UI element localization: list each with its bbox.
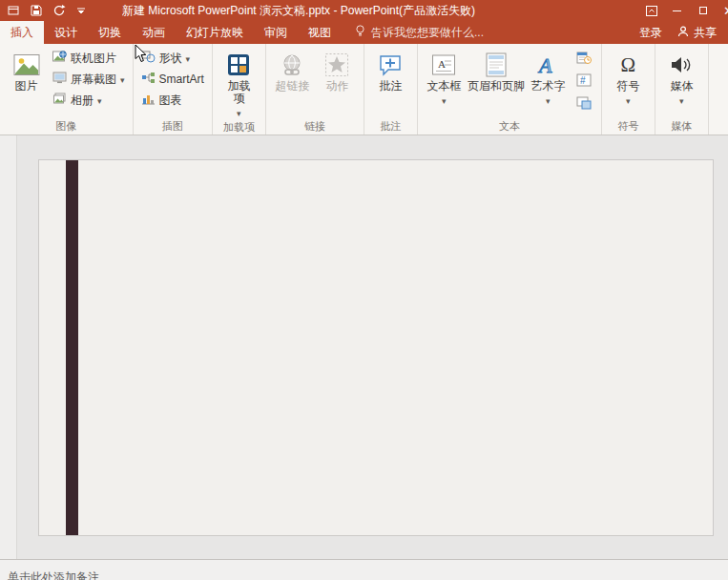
online-pictures-button[interactable]: 联机图片 [49, 48, 129, 69]
textbox-button[interactable]: A 文本框 [422, 46, 467, 118]
notes-placeholder[interactable]: 单击此处添加备注 [8, 570, 728, 580]
wordart-button[interactable]: A 艺术字 [526, 46, 571, 118]
object-button[interactable] [572, 94, 595, 115]
textbox-label: 文本框 [426, 80, 461, 93]
shapes-icon [141, 51, 156, 66]
screenshot-button[interactable]: 屏幕截图 [49, 69, 129, 90]
group-label-media: 媒体 [655, 118, 708, 135]
tab-insert[interactable]: 插入 [0, 21, 44, 44]
group-label-links: 链接 [266, 118, 364, 135]
ribbon-group-addins: 加载项 加载项 [213, 44, 266, 135]
media-button[interactable]: 媒体 [659, 46, 704, 118]
slide-theme-stripe [66, 160, 78, 535]
screenshot-dropdown-icon [120, 72, 125, 86]
notes-pane[interactable]: 单击此处添加备注 [0, 559, 728, 580]
hyperlink-label: 超链接 [275, 80, 309, 93]
ribbon-group-media: 媒体 媒体 [655, 44, 709, 135]
addins-icon [226, 50, 251, 80]
tab-view-label: 视图 [308, 25, 331, 41]
photo-album-dropdown-icon [97, 93, 102, 107]
smartart-button[interactable]: SmartArt [137, 69, 208, 90]
tab-design[interactable]: 设计 [44, 21, 88, 44]
tell-me-box[interactable]: 告诉我您想要做什么... [355, 21, 484, 44]
svg-text:#: # [580, 75, 586, 86]
hyperlink-button: 超链接 [270, 46, 315, 118]
powerpoint-window: 新建 Microsoft PowerPoint 演示文稿.pptx - Powe… [0, 0, 728, 580]
person-icon [677, 26, 689, 40]
header-footer-button[interactable]: 页眉和页脚 [467, 46, 526, 118]
group-label-addins: 加载项 [213, 119, 265, 135]
pictures-icon [13, 50, 40, 80]
ribbon-group-images: 图片 联机图片 屏幕截图 [0, 44, 134, 135]
sign-in-label: 登录 [639, 25, 662, 41]
shapes-dropdown-icon [186, 52, 191, 65]
save-icon[interactable] [31, 5, 42, 16]
media-dropdown-icon [679, 93, 684, 107]
customize-quick-access-icon[interactable] [77, 8, 85, 13]
shapes-button[interactable]: 形状 [137, 48, 208, 69]
comment-icon [378, 50, 403, 80]
svg-text:A: A [438, 58, 446, 70]
share-button[interactable]: 共享 [672, 21, 728, 44]
workspace [0, 135, 728, 559]
photo-album-icon [52, 93, 67, 108]
slide-canvas[interactable] [17, 135, 728, 559]
tab-insert-label: 插入 [10, 25, 33, 41]
date-time-button[interactable] [572, 49, 595, 70]
tab-transitions-label: 切换 [98, 25, 121, 41]
tab-bar-spacer [484, 21, 630, 44]
ribbon-group-illustrations: 形状 SmartArt 图表 [134, 44, 213, 135]
tab-slideshow[interactable]: 幻灯片放映 [176, 21, 254, 44]
action-label: 动作 [325, 80, 348, 93]
chart-button[interactable]: 图表 [137, 90, 208, 111]
redo-icon[interactable] [53, 5, 66, 16]
tab-view[interactable]: 视图 [298, 21, 342, 44]
pictures-label: 图片 [15, 80, 38, 93]
window-controls: ✕ [638, 0, 728, 21]
addins-label: 加载项 [224, 80, 253, 105]
omega-symbol-icon: Ω [621, 50, 636, 80]
illustrations-small-column: 形状 SmartArt 图表 [137, 46, 208, 118]
maximize-button[interactable] [690, 0, 716, 21]
minimize-button[interactable] [664, 0, 690, 21]
share-label: 共享 [694, 25, 717, 41]
app-window-icon[interactable] [8, 5, 19, 16]
group-label-symbols: 符号 [602, 118, 655, 135]
photo-album-label: 相册 [71, 93, 94, 109]
addins-button[interactable]: 加载项 [217, 46, 261, 119]
group-label-comments: 批注 [364, 118, 417, 135]
group-label-images: 图像 [0, 118, 133, 135]
svg-text:A: A [537, 53, 552, 77]
speaker-icon [670, 50, 693, 80]
tab-animations[interactable]: 动画 [132, 21, 176, 44]
pictures-button[interactable]: 图片 [4, 46, 49, 118]
close-button[interactable]: ✕ [716, 0, 728, 21]
smartart-icon [141, 72, 156, 87]
slide-number-button[interactable]: # [572, 72, 595, 93]
symbol-button[interactable]: Ω 符号 [606, 46, 651, 118]
tab-transitions[interactable]: 切换 [88, 21, 132, 44]
online-pictures-label: 联机图片 [71, 51, 116, 67]
header-footer-label: 页眉和页脚 [468, 80, 525, 93]
object-icon [576, 96, 592, 114]
screenshot-icon [52, 72, 67, 87]
sign-in-button[interactable]: 登录 [630, 21, 672, 44]
photo-album-button[interactable]: 相册 [49, 90, 129, 111]
tab-review[interactable]: 审阅 [254, 21, 298, 44]
hyperlink-icon [280, 50, 304, 80]
slide-thumbnail-pane[interactable] [0, 135, 17, 559]
new-comment-button[interactable]: 批注 [368, 46, 413, 118]
textbox-dropdown-icon [442, 93, 447, 107]
tab-slideshow-label: 幻灯片放映 [186, 25, 243, 41]
title-bar: 新建 Microsoft PowerPoint 演示文稿.pptx - Powe… [0, 0, 728, 21]
date-time-icon [576, 51, 592, 69]
slide[interactable] [38, 159, 714, 536]
wordart-icon: A [535, 50, 560, 80]
symbol-dropdown-icon [626, 93, 631, 107]
online-pictures-icon [52, 51, 67, 66]
media-label: 媒体 [670, 80, 693, 93]
ribbon-display-options-button[interactable] [638, 0, 664, 21]
chart-label: 图表 [159, 93, 182, 109]
ribbon-group-symbols: Ω 符号 符号 [602, 44, 655, 135]
tab-animations-label: 动画 [142, 25, 165, 41]
